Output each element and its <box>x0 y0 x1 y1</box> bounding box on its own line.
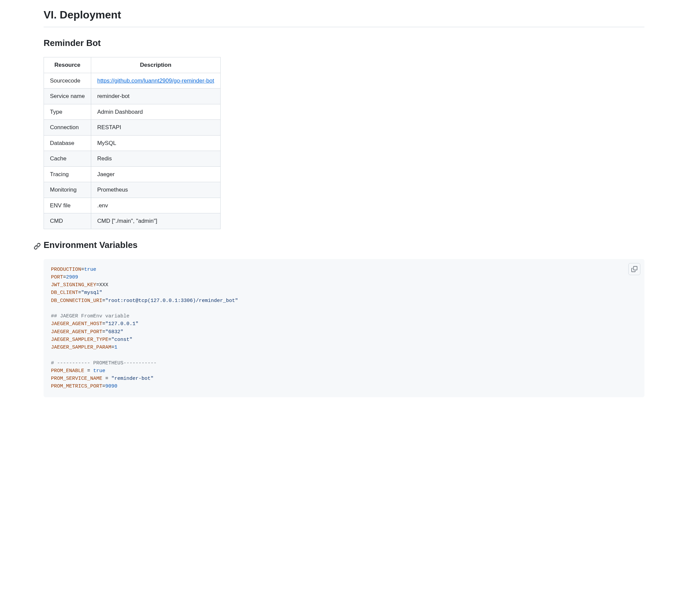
table-cell-resource: Connection <box>44 120 91 135</box>
table-cell-resource: Type <box>44 104 91 120</box>
table-cell-description: reminder-bot <box>91 89 220 104</box>
table-cell-description: Redis <box>91 151 220 167</box>
table-cell-description: .env <box>91 198 220 213</box>
table-cell-description: MySQL <box>91 135 220 151</box>
document-container: VI. Deployment Reminder Bot Resource Des… <box>0 0 688 397</box>
table-row: ConnectionRESTAPI <box>44 120 221 135</box>
env-section-title: Environment Variables <box>44 239 644 251</box>
resource-table: Resource Description Sourcecodehttps://g… <box>44 57 221 229</box>
table-row: MonitoringPrometheus <box>44 182 221 198</box>
sourcecode-link[interactable]: https://github.com/luannt2909/go-reminde… <box>97 78 214 84</box>
table-row: DatabaseMySQL <box>44 135 221 151</box>
table-cell-description: https://github.com/luannt2909/go-reminde… <box>91 73 220 89</box>
link-icon[interactable] <box>33 241 41 248</box>
table-cell-resource: Service name <box>44 89 91 104</box>
table-cell-resource: Cache <box>44 151 91 167</box>
table-cell-resource: Tracing <box>44 167 91 182</box>
subsection-title: Reminder Bot <box>44 37 644 50</box>
table-row: ENV file.env <box>44 198 221 213</box>
table-header-resource: Resource <box>44 58 91 73</box>
table-cell-resource: Sourcecode <box>44 73 91 89</box>
table-cell-description: Prometheus <box>91 182 220 198</box>
table-cell-resource: ENV file <box>44 198 91 213</box>
table-row: CMDCMD ["./main", "admin"] <box>44 213 221 229</box>
table-row: CacheRedis <box>44 151 221 167</box>
table-header-description: Description <box>91 58 220 73</box>
table-cell-resource: Database <box>44 135 91 151</box>
code-content: PRODUCTION=true PORT=2909 JWT_SIGNING_KE… <box>51 266 637 391</box>
table-row: Service namereminder-bot <box>44 89 221 104</box>
table-cell-description: Admin Dashboard <box>91 104 220 120</box>
table-row: TracingJaeger <box>44 167 221 182</box>
table-row: TypeAdmin Dashboard <box>44 104 221 120</box>
table-cell-description: Jaeger <box>91 167 220 182</box>
table-cell-description: RESTAPI <box>91 120 220 135</box>
code-block: PRODUCTION=true PORT=2909 JWT_SIGNING_KE… <box>44 259 644 397</box>
table-cell-description: CMD ["./main", "admin"] <box>91 213 220 229</box>
copy-button[interactable] <box>628 263 640 275</box>
section-title: VI. Deployment <box>44 7 644 27</box>
env-section-title-text: Environment Variables <box>44 240 137 250</box>
table-cell-resource: CMD <box>44 213 91 229</box>
copy-icon <box>631 266 637 272</box>
table-header-row: Resource Description <box>44 58 221 73</box>
table-cell-resource: Monitoring <box>44 182 91 198</box>
table-row: Sourcecodehttps://github.com/luannt2909/… <box>44 73 221 89</box>
